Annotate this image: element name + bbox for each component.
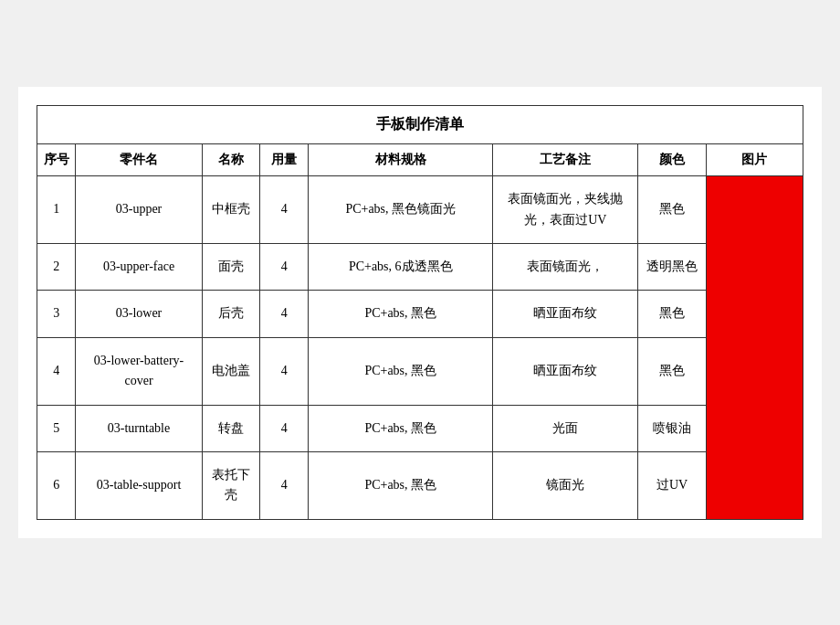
cell-craft-5: 光面: [493, 405, 638, 451]
image-cell: [706, 176, 803, 520]
cell-part-1: 03-upper: [76, 176, 202, 244]
cell-color-6: 过UV: [638, 451, 706, 519]
page-wrapper: 手板制作清单 序号 零件名 名称 用量 材料规格 工艺备注 颜色 图片 1 03…: [18, 87, 822, 538]
cell-spec-5: PC+abs, 黑色: [309, 405, 493, 451]
cell-spec-4: PC+abs, 黑色: [309, 337, 493, 405]
cell-color-5: 喷银油: [638, 405, 706, 451]
header-color: 颜色: [638, 144, 706, 176]
cell-name-3: 后壳: [202, 291, 260, 337]
cell-craft-1: 表面镜面光，夹线抛光，表面过UV: [493, 176, 638, 244]
table-row: 1 03-upper 中框壳 4 PC+abs, 黑色镜面光 表面镜面光，夹线抛…: [37, 176, 803, 244]
table-row: 3 03-lower 后壳 4 PC+abs, 黑色 晒亚面布纹 黑色: [37, 291, 803, 337]
table-row: 4 03-lower-battery-cover 电池盖 4 PC+abs, 黑…: [37, 337, 803, 405]
cell-color-3: 黑色: [638, 291, 706, 337]
header-spec: 材料规格: [309, 144, 493, 176]
table-row: 5 03-turntable 转盘 4 PC+abs, 黑色 光面 喷银油: [37, 405, 803, 451]
cell-seq-4: 4: [37, 337, 76, 405]
cell-part-2: 03-upper-face: [76, 244, 202, 291]
table-row: 2 03-upper-face 面壳 4 PC+abs, 6成透黑色 表面镜面光…: [37, 244, 803, 291]
table-title: 手板制作清单: [37, 106, 803, 144]
cell-name-4: 电池盖: [202, 337, 260, 405]
cell-seq-5: 5: [37, 405, 76, 451]
cell-color-2: 透明黑色: [638, 244, 706, 291]
cell-qty-1: 4: [260, 176, 309, 244]
header-seq: 序号: [37, 144, 76, 176]
cell-seq-3: 3: [37, 291, 76, 337]
cell-seq-6: 6: [37, 451, 76, 519]
cell-spec-3: PC+abs, 黑色: [309, 291, 493, 337]
table-row: 6 03-table-support 表托下壳 4 PC+abs, 黑色 镜面光…: [37, 451, 803, 519]
cell-color-1: 黑色: [638, 176, 706, 244]
cell-qty-2: 4: [260, 244, 309, 291]
cell-name-2: 面壳: [202, 244, 260, 291]
cell-spec-1: PC+abs, 黑色镜面光: [309, 176, 493, 244]
cell-craft-6: 镜面光: [493, 451, 638, 519]
cell-craft-2: 表面镜面光，: [493, 244, 638, 291]
cell-part-6: 03-table-support: [76, 451, 202, 519]
cell-qty-6: 4: [260, 451, 309, 519]
cell-seq-1: 1: [37, 176, 76, 244]
header-part-code: 零件名: [76, 144, 202, 176]
cell-spec-6: PC+abs, 黑色: [309, 451, 493, 519]
cell-name-5: 转盘: [202, 405, 260, 451]
cell-color-4: 黑色: [638, 337, 706, 405]
header-image: 图片: [706, 144, 803, 176]
main-table: 手板制作清单 序号 零件名 名称 用量 材料规格 工艺备注 颜色 图片 1 03…: [37, 105, 803, 520]
cell-name-6: 表托下壳: [202, 451, 260, 519]
header-qty: 用量: [260, 144, 309, 176]
cell-qty-4: 4: [260, 337, 309, 405]
cell-qty-3: 4: [260, 291, 309, 337]
title-row: 手板制作清单: [37, 106, 803, 144]
cell-craft-3: 晒亚面布纹: [493, 291, 638, 337]
cell-part-5: 03-turntable: [76, 405, 202, 451]
cell-part-4: 03-lower-battery-cover: [76, 337, 202, 405]
header-craft: 工艺备注: [493, 144, 638, 176]
cell-qty-5: 4: [260, 405, 309, 451]
cell-seq-2: 2: [37, 244, 76, 291]
header-row: 序号 零件名 名称 用量 材料规格 工艺备注 颜色 图片: [37, 144, 803, 176]
header-name: 名称: [202, 144, 260, 176]
cell-craft-4: 晒亚面布纹: [493, 337, 638, 405]
cell-part-3: 03-lower: [76, 291, 202, 337]
cell-spec-2: PC+abs, 6成透黑色: [309, 244, 493, 291]
cell-name-1: 中框壳: [202, 176, 260, 244]
